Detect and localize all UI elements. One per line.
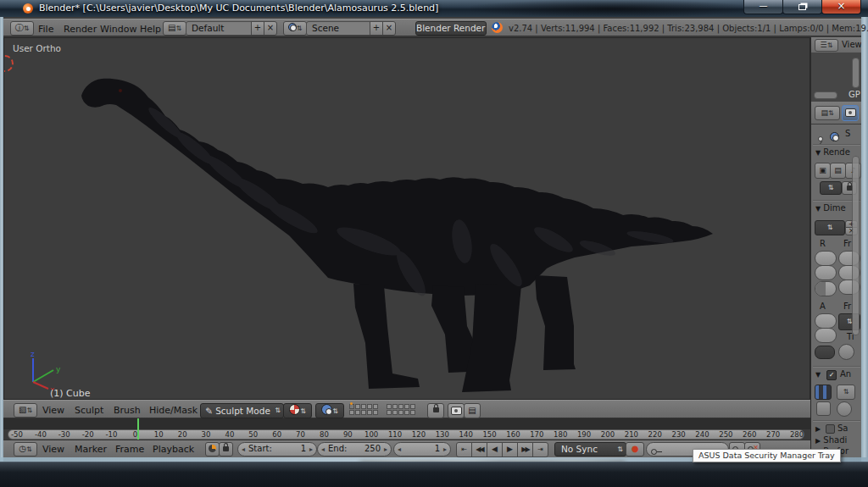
opengl-render-still-button[interactable] [448, 403, 465, 418]
menu-window[interactable]: Window [100, 24, 136, 35]
3d-viewport[interactable]: User Ortho [3, 37, 810, 400]
aa-dial-button[interactable] [837, 401, 852, 417]
remove-scene-button[interactable]: × [382, 21, 396, 36]
menu-sculpt[interactable]: Sculpt [75, 405, 103, 416]
aa-toggle-button[interactable] [816, 401, 831, 416]
outliner-vertical-scrollbar[interactable] [852, 58, 860, 88]
outliner-editor-type-button[interactable]: ☰⇅ [815, 39, 838, 52]
layer-cell[interactable] [355, 404, 360, 409]
menu-help[interactable]: Help [140, 24, 161, 35]
timeline-menu-marker[interactable]: Marker [75, 444, 107, 455]
menu-brush[interactable]: Brush [114, 405, 141, 416]
time-remap-dial[interactable] [838, 344, 854, 360]
layer-cell[interactable] [367, 404, 372, 409]
opengl-render-anim-button[interactable]: ▤ [464, 403, 481, 418]
properties-vertical-scrollbar[interactable] [852, 156, 860, 335]
menu-hide-mask[interactable]: Hide/Mask [149, 405, 198, 416]
render-tab[interactable] [842, 105, 859, 121]
timeline-menu-playback[interactable]: Playback [153, 444, 194, 455]
screen-layout-field[interactable]: Default [186, 21, 257, 36]
timeline-menu-frame[interactable]: Frame [115, 444, 144, 455]
layer-cell[interactable] [349, 404, 354, 409]
layer-cell[interactable] [373, 410, 378, 415]
resolution-y-field[interactable] [815, 265, 837, 280]
render-engine-dropdown[interactable]: Blender Render ⇅ [415, 21, 487, 36]
timeline-menu-view[interactable]: View [42, 444, 64, 455]
layer-cell[interactable] [361, 404, 366, 409]
timeline-editor[interactable]: -50-40-30-20-100102030405060708090100110… [3, 418, 810, 457]
layer-cell[interactable] [361, 410, 366, 415]
layer-cell[interactable] [387, 404, 392, 409]
remove-layout-button[interactable]: × [264, 21, 277, 36]
jump-to-end-button[interactable]: ⇥ [532, 442, 548, 457]
current-frame-field[interactable]: ◂ 1 ▸ [393, 442, 451, 457]
outliner-body[interactable]: GP [811, 53, 861, 102]
next-keyframe-button[interactable]: ▶▶ [517, 442, 533, 457]
aa-samples-button[interactable] [815, 385, 832, 400]
layer-cell[interactable] [410, 410, 415, 415]
sampled-motion-blur-panel-header[interactable]: ▶ Sa [811, 423, 861, 435]
frame-start-field[interactable]: ◂ Start: 1 ▸ [237, 442, 317, 457]
window-titlebar[interactable]: Blender* [C:\Users\javier\Desktop\My UC … [0, 0, 868, 17]
minimize-button[interactable]: — [743, 0, 783, 14]
menu-file[interactable]: File [38, 24, 53, 35]
scene-field[interactable]: Scene [306, 21, 376, 36]
play-button[interactable]: ▶ [502, 442, 518, 457]
layer-cell[interactable] [398, 404, 403, 409]
lock-camera-button[interactable] [427, 403, 444, 418]
render-still-button[interactable]: ▣ [815, 163, 831, 179]
viewport-shading-dropdown[interactable]: ⇅ [283, 403, 312, 418]
properties-editor-type-button[interactable]: ▤⇅ [815, 106, 840, 120]
aspect-x-field[interactable] [815, 313, 837, 329]
layer-cell[interactable] [367, 410, 372, 415]
antialiasing-checkbox[interactable]: ✓ [826, 370, 837, 380]
layer-cell[interactable] [398, 410, 403, 415]
jump-to-start-button[interactable]: ⇤ [456, 442, 472, 457]
aa-filter-dropdown[interactable]: ⇅ [837, 385, 855, 400]
resolution-x-field[interactable] [815, 251, 837, 266]
close-button[interactable]: × [821, 0, 861, 14]
render-animation-button[interactable]: ▤ [830, 163, 846, 179]
sampled-checkbox[interactable] [826, 424, 835, 434]
timeline-editor-type-button[interactable]: ◷⇅ [14, 442, 37, 457]
layer-cell[interactable] [387, 410, 392, 415]
layer-cell[interactable] [355, 410, 360, 415]
current-frame-marker[interactable] [137, 418, 139, 440]
layer-cell[interactable] [404, 410, 409, 415]
sync-mode-dropdown[interactable]: No Sync ⇅ [554, 442, 626, 457]
layer-cell[interactable] [373, 404, 378, 409]
resolution-percentage-slider[interactable] [815, 281, 837, 296]
aspect-y-field[interactable] [815, 328, 837, 343]
timeline-ruler[interactable]: -50-40-30-20-100102030405060708090100110… [3, 429, 810, 440]
play-reverse-button[interactable]: ◀ [487, 442, 503, 457]
outliner-horizontal-scrollbar[interactable] [814, 91, 837, 99]
time-remap-toggle[interactable] [815, 346, 835, 359]
preview-range-button[interactable] [205, 442, 220, 457]
dinosaur-model[interactable] [4, 38, 810, 400]
render-preset-dropdown[interactable]: ⇅ [815, 220, 845, 235]
editor-type-button[interactable]: ⓘ⇅ [10, 21, 34, 36]
screen-layout-icon-button[interactable]: ▤⇅ [163, 21, 186, 36]
layer-cell[interactable] [410, 404, 415, 409]
render-display-dropdown[interactable]: ⇅ [820, 181, 842, 195]
layer-cell[interactable] [404, 404, 409, 409]
outliner-view-menu[interactable]: View [842, 40, 861, 49]
add-layout-button[interactable]: + [251, 21, 264, 36]
pivot-point-dropdown[interactable]: ⇅ [315, 403, 344, 418]
menu-render[interactable]: Render [64, 24, 97, 35]
previous-keyframe-button[interactable]: ◀◀ [471, 442, 487, 457]
auto-keyframe-button[interactable]: ● [626, 442, 644, 457]
antialiasing-panel-header[interactable]: ▼ ✓ An [811, 369, 861, 383]
interaction-mode-dropdown[interactable]: ✎ Sculpt Mode ⇅ [200, 403, 284, 418]
layer-cell[interactable] [392, 404, 398, 409]
restore-button[interactable] [782, 0, 822, 14]
layer-cell[interactable] [392, 410, 398, 415]
frame-end-field[interactable]: ◂ End: 250 ▸ [317, 442, 392, 457]
add-scene-button[interactable]: + [370, 21, 383, 36]
scene-icon-button[interactable]: ⇅ [283, 21, 307, 36]
viewport-editor-type-button[interactable]: ▧⇅ [14, 403, 37, 418]
menu-view[interactable]: View [42, 405, 64, 416]
pin-icon[interactable] [818, 129, 823, 145]
layer-cell[interactable] [349, 410, 354, 415]
shading-panel-header[interactable]: ▶ Shadi [811, 435, 861, 446]
